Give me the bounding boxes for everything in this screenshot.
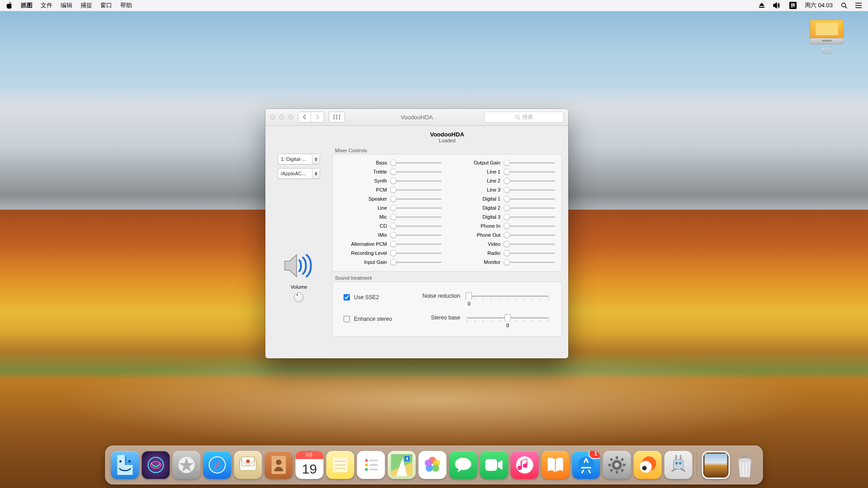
- menu-capture[interactable]: 捕捉: [80, 0, 92, 11]
- svg-point-46: [432, 465, 439, 472]
- dock-weibo[interactable]: [634, 451, 662, 479]
- dock-trash[interactable]: [733, 451, 757, 479]
- mixer-slider[interactable]: Recording Level: [339, 249, 442, 258]
- dock-desktop-preview[interactable]: [702, 451, 730, 479]
- dock: 5月 19 1: [105, 446, 763, 484]
- svg-rect-69: [675, 455, 677, 460]
- svg-line-1: [845, 7, 847, 9]
- mixer-slider[interactable]: Input Gain: [339, 258, 442, 267]
- use-sse2-checkbox[interactable]: Use SSE2: [342, 293, 405, 302]
- enhance-stereo-checkbox[interactable]: Enhance stereo: [342, 314, 405, 324]
- dock-separator: [697, 452, 698, 478]
- mixer-slider[interactable]: Phone Out: [453, 230, 555, 239]
- mixer-slider[interactable]: Mic: [339, 212, 442, 221]
- volume-icon[interactable]: [773, 0, 781, 11]
- dock-safari[interactable]: [203, 451, 231, 479]
- mixer-slider[interactable]: Treble: [339, 167, 442, 176]
- mixer-slider[interactable]: Output Gain: [453, 158, 555, 167]
- mixer-slider[interactable]: Alternative PCM: [339, 239, 442, 249]
- menu-edit[interactable]: 编辑: [61, 0, 72, 11]
- pane-title: VoodooHDA: [332, 131, 562, 138]
- dock-maps[interactable]: [388, 451, 416, 479]
- mixer-slider[interactable]: Line 3: [453, 185, 555, 194]
- dock-calendar[interactable]: 5月 19: [296, 451, 324, 479]
- dock-facetime[interactable]: [480, 451, 508, 479]
- svg-point-29: [246, 460, 250, 463]
- dock-contacts[interactable]: [265, 451, 293, 479]
- appstore-badge: 1: [590, 451, 600, 458]
- app-menu[interactable]: 抓图: [21, 0, 33, 11]
- svg-line-61: [622, 459, 623, 460]
- stereo-base-slider[interactable]: 0: [467, 314, 549, 328]
- svg-line-59: [611, 459, 613, 460]
- notifications-icon[interactable]: [855, 0, 862, 11]
- path-selector[interactable]: /AppleAC...: [278, 168, 320, 179]
- sound-section-label: Sound treatment: [335, 275, 562, 281]
- titlebar[interactable]: VoodooHDA 搜索: [265, 109, 568, 126]
- mixer-slider[interactable]: IMix: [339, 230, 442, 239]
- dock-appstore[interactable]: 1: [572, 451, 600, 479]
- svg-point-19: [119, 460, 122, 463]
- mixer-group: BassOutput GainTrebleLine 1SynthLine 2PC…: [332, 154, 562, 272]
- menu-help[interactable]: 帮助: [120, 0, 132, 11]
- menu-bar: 抓图 文件 编辑 捕捉 窗口 帮助 拼 周六 04:03: [0, 0, 868, 11]
- svg-rect-70: [680, 455, 682, 460]
- mixer-slider[interactable]: Line: [339, 203, 442, 212]
- noise-reduction-label: Noise reduction: [409, 293, 463, 299]
- stereo-base-label: Stereo base: [409, 314, 463, 321]
- mixer-slider[interactable]: Phone In: [453, 221, 555, 230]
- dock-siri[interactable]: [142, 451, 170, 479]
- spotlight-icon[interactable]: [841, 0, 847, 11]
- mixer-slider[interactable]: CD: [339, 221, 442, 230]
- mixer-slider[interactable]: Speaker: [339, 194, 442, 203]
- dock-mail[interactable]: [234, 451, 262, 479]
- menu-window[interactable]: 窗口: [100, 0, 112, 11]
- svg-rect-49: [486, 459, 497, 471]
- dock-reminders[interactable]: [357, 451, 385, 479]
- dock-finder[interactable]: [111, 451, 139, 479]
- mixer-slider[interactable]: Digital 3: [453, 212, 555, 221]
- dock-ibooks[interactable]: [542, 451, 570, 479]
- drive-label: 电软: [807, 47, 847, 55]
- mixer-slider[interactable]: PCM: [339, 185, 442, 194]
- dock-photos[interactable]: [419, 451, 447, 479]
- mixer-slider[interactable]: Synth: [339, 176, 442, 185]
- svg-line-60: [622, 469, 623, 471]
- svg-point-54: [615, 463, 619, 467]
- ime-icon[interactable]: 拼: [789, 2, 797, 9]
- mixer-slider[interactable]: Bass: [339, 158, 442, 167]
- dock-system-preferences[interactable]: [603, 451, 631, 479]
- svg-point-67: [675, 462, 678, 465]
- drive-icon: [810, 20, 844, 38]
- svg-point-20: [128, 460, 131, 463]
- volume-knob[interactable]: [294, 292, 304, 302]
- mixer-slider[interactable]: Radio: [453, 249, 555, 258]
- window-title: VoodooHDA: [265, 114, 568, 121]
- mixer-slider[interactable]: Video: [453, 239, 555, 249]
- eject-icon[interactable]: [759, 0, 765, 11]
- dock-itunes[interactable]: [511, 451, 539, 479]
- svg-point-37: [365, 464, 368, 466]
- desktop-drive[interactable]: 电软: [807, 20, 847, 55]
- dock-launchpad[interactable]: [173, 451, 201, 479]
- menu-file[interactable]: 文件: [41, 0, 52, 11]
- svg-point-36: [365, 459, 368, 462]
- svg-line-62: [611, 469, 613, 471]
- svg-point-71: [739, 458, 751, 462]
- apple-menu[interactable]: [6, 0, 13, 11]
- pane-status: Loaded: [332, 138, 562, 143]
- svg-point-38: [365, 468, 368, 471]
- noise-reduction-slider[interactable]: 0: [467, 293, 549, 306]
- mixer-slider[interactable]: Digital 1: [453, 194, 555, 203]
- voodoohda-window: VoodooHDA 搜索 1: Digital-... /AppleAC... …: [265, 109, 568, 358]
- speaker-icon: [283, 253, 315, 280]
- dock-notes[interactable]: [326, 451, 354, 479]
- mixer-slider[interactable]: Digital 2: [453, 203, 555, 212]
- dock-automator[interactable]: [665, 451, 693, 479]
- clock[interactable]: 周六 04:03: [805, 0, 833, 11]
- mixer-slider[interactable]: Line 1: [453, 167, 555, 176]
- device-selector[interactable]: 1: Digital-...: [278, 154, 320, 164]
- mixer-slider[interactable]: Monitor: [453, 258, 555, 267]
- mixer-slider[interactable]: Line 2: [453, 176, 555, 185]
- dock-messages[interactable]: [449, 451, 477, 479]
